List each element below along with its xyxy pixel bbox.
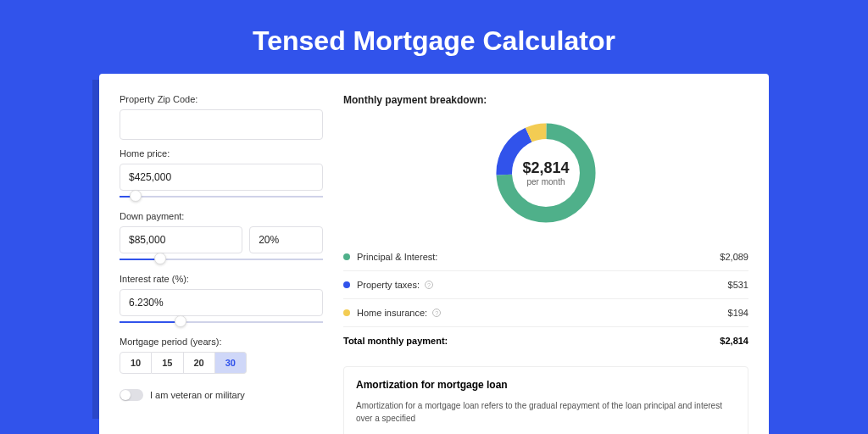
legend-dot-icon [343,309,350,316]
legend-value: $531 [728,280,748,290]
down-payment-slider[interactable] [120,257,323,262]
amortization-box: Amortization for mortgage loan Amortizat… [343,366,748,434]
legend-value: $194 [728,308,748,318]
period-button-15[interactable]: 15 [152,352,183,374]
mortgage-period-label: Mortgage period (years): [120,337,323,347]
slider-thumb-icon[interactable] [130,190,142,202]
calculator-card: Property Zip Code: Home price: Down paym… [99,74,769,434]
monthly-payment-donut: $2,814 per month [491,118,601,228]
zip-label: Property Zip Code: [120,94,323,104]
mortgage-period-group: 10152030 [120,352,323,374]
breakdown-legend: Principal & Interest:$2,089Property taxe… [343,243,748,326]
total-value: $2,814 [720,336,748,346]
home-price-input[interactable] [120,164,323,191]
legend-row: Property taxes:?$531 [343,271,748,299]
interest-rate-input[interactable] [120,289,323,316]
period-button-10[interactable]: 10 [120,352,152,374]
breakdown-column: Monthly payment breakdown: $2,814 per mo… [343,94,748,434]
info-icon[interactable]: ? [432,309,441,317]
legend-label: Property taxes: [357,280,420,290]
period-button-20[interactable]: 20 [184,352,215,374]
legend-row: Principal & Interest:$2,089 [343,243,748,271]
total-label: Total monthly payment: [343,336,448,346]
donut-amount: $2,814 [522,159,569,177]
toggle-knob-icon [120,390,131,400]
amortization-title: Amortization for mortgage loan [356,379,736,391]
down-percent-input[interactable] [249,226,323,253]
interest-rate-slider[interactable] [120,320,323,325]
form-column: Property Zip Code: Home price: Down paym… [120,94,323,434]
zip-input[interactable] [120,109,323,140]
amortization-text: Amortization for a mortgage loan refers … [356,399,736,425]
slider-thumb-icon[interactable] [154,253,166,264]
period-button-30[interactable]: 30 [215,352,247,374]
legend-dot-icon [343,253,350,260]
down-amount-input[interactable] [120,226,242,253]
legend-value: $2,089 [720,252,748,262]
breakdown-title: Monthly payment breakdown: [343,94,748,106]
legend-label: Home insurance: [357,308,427,318]
down-payment-label: Down payment: [120,211,323,221]
slider-thumb-icon[interactable] [175,315,186,327]
veteran-label: I am veteran or military [150,390,245,400]
page-title: Tensed Mortgage Calculator [0,0,868,74]
legend-row: Home insurance:?$194 [343,299,748,326]
home-price-slider[interactable] [120,194,323,199]
veteran-toggle[interactable] [120,389,143,401]
home-price-label: Home price: [120,148,323,159]
legend-label: Principal & Interest: [357,252,437,262]
interest-rate-label: Interest rate (%): [120,274,323,284]
info-icon[interactable]: ? [425,281,433,289]
donut-sublabel: per month [526,177,565,186]
legend-dot-icon [343,281,350,288]
total-row: Total monthly payment: $2,814 [343,326,748,354]
